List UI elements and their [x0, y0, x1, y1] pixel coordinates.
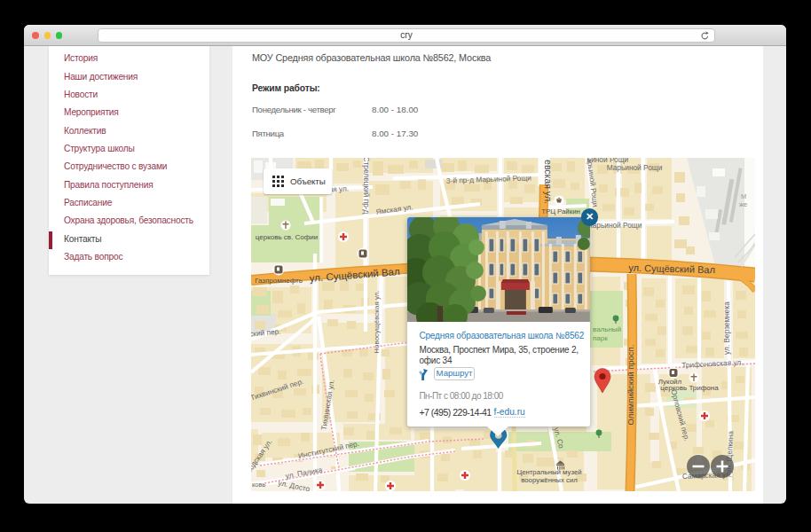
svg-text:церковь св. Софии: церковь св. Софии — [256, 233, 319, 241]
svg-text:ул. Сущёвский Вал: ул. Сущёвский Вал — [628, 262, 715, 276]
svg-text:М: М — [741, 192, 746, 200]
svg-text:же: же — [739, 200, 747, 208]
svg-text:вальный: вальный — [593, 325, 621, 333]
svg-text:ул. Верземнека: ул. Верземнека — [722, 301, 731, 355]
svg-text:Марьиной Рощи: Марьиной Рощи — [607, 163, 663, 172]
svg-text:ковь: ковь — [252, 481, 266, 489]
svg-text:евская ул.: евская ул. — [543, 160, 554, 204]
svg-text:ТРЦ Райкин: ТРЦ Райкин — [541, 207, 580, 215]
svg-text:Олимпийский просп.: Олимпийский просп. — [626, 345, 635, 426]
svg-text:Газпромнефть: Газпромнефть — [255, 277, 303, 285]
svg-text:церковь Трифона: церковь Трифона — [660, 384, 719, 392]
svg-text:Стрелецкий пр-д: Стрелецкий пр-д — [362, 158, 371, 215]
svg-text:Новосущёвская ул.: Новосущёвская ул. — [373, 290, 381, 353]
svg-text:вооружённых сил: вооружённых сил — [521, 476, 578, 484]
svg-text:парк: парк — [593, 334, 608, 342]
svg-text:Центральный музей: Центральный музей — [516, 468, 581, 476]
